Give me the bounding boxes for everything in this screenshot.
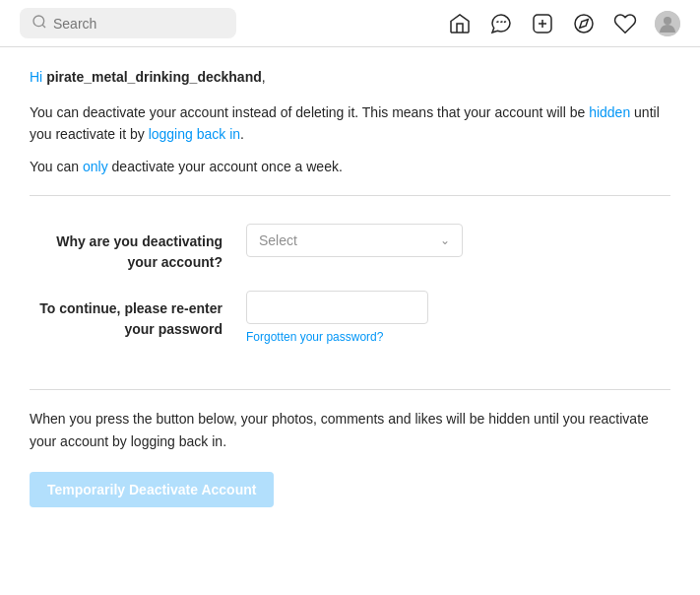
- deactivate-button[interactable]: Temporarily Deactivate Account: [30, 472, 274, 507]
- password-input[interactable]: [246, 291, 428, 324]
- reason-select[interactable]: Select ⌄: [246, 224, 463, 257]
- home-icon[interactable]: [448, 12, 472, 35]
- greeting-hi: Hi: [30, 69, 42, 85]
- navbar: [0, 0, 700, 47]
- heart-icon[interactable]: [613, 12, 637, 35]
- reason-control: Select ⌄: [246, 224, 670, 257]
- info-logging: logging back in: [149, 126, 240, 142]
- bottom-logging: logging back in: [131, 433, 223, 449]
- forgot-password-link[interactable]: Forgotten your password?: [246, 330, 670, 344]
- password-row: To continue, please re-enter your passwo…: [30, 291, 670, 344]
- form-section: Why are you deactivating your account? S…: [30, 214, 670, 371]
- deactivate-info: You can deactivate your account instead …: [30, 101, 670, 146]
- divider-bottom: [30, 389, 670, 390]
- info-only: only: [83, 159, 108, 174]
- bottom-comments: comments: [321, 411, 385, 427]
- greeting: Hi pirate_metal_drinking_deckhand,: [30, 67, 670, 88]
- bottom-hidden: hidden: [488, 411, 530, 427]
- once-week-info: You can only deactivate your account onc…: [30, 156, 670, 177]
- divider-top: [30, 195, 670, 196]
- chevron-down-icon: ⌄: [440, 233, 450, 247]
- search-icon: [32, 14, 47, 33]
- avatar[interactable]: [655, 11, 680, 36]
- greeting-username: pirate_metal_drinking_deckhand: [46, 69, 262, 85]
- info-hidden: hidden: [589, 104, 630, 120]
- svg-point-8: [664, 17, 671, 25]
- password-control: Forgotten your password?: [246, 291, 670, 344]
- add-icon[interactable]: [531, 12, 554, 35]
- reason-label: Why are you deactivating your account?: [30, 224, 246, 273]
- svg-line-1: [42, 25, 45, 28]
- nav-icons: [448, 11, 680, 36]
- password-label: To continue, please re-enter your passwo…: [30, 291, 246, 340]
- reason-row: Why are you deactivating your account? S…: [30, 224, 670, 273]
- compass-icon[interactable]: [572, 12, 596, 35]
- select-value: Select: [259, 232, 297, 248]
- svg-marker-6: [580, 19, 588, 27]
- messenger-icon[interactable]: [489, 12, 513, 35]
- svg-point-5: [575, 15, 593, 33]
- main-content: Hi pirate_metal_drinking_deckhand, You c…: [0, 47, 700, 527]
- search-input[interactable]: [53, 16, 224, 32]
- svg-point-0: [33, 16, 44, 27]
- search-bar[interactable]: [20, 8, 236, 38]
- bottom-info: When you press the button below, your ph…: [30, 408, 670, 452]
